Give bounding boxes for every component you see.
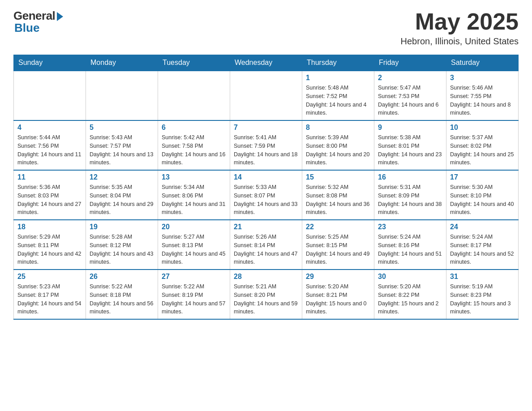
- day-sun-info: Sunrise: 5:48 AMSunset: 7:52 PMDaylight:…: [306, 84, 370, 117]
- day-sun-info: Sunrise: 5:20 AMSunset: 8:22 PMDaylight:…: [378, 283, 442, 316]
- day-number: 20: [162, 223, 226, 231]
- day-number: 25: [17, 273, 82, 281]
- day-number: 12: [90, 173, 154, 181]
- day-sun-info: Sunrise: 5:23 AMSunset: 8:17 PMDaylight:…: [17, 283, 82, 316]
- calendar-cell: 15Sunrise: 5:32 AMSunset: 8:08 PMDayligh…: [302, 170, 374, 220]
- day-number: 9: [378, 124, 442, 132]
- day-sun-info: Sunrise: 5:27 AMSunset: 8:13 PMDaylight:…: [162, 233, 226, 266]
- day-of-week-header: Thursday: [302, 55, 374, 71]
- day-sun-info: Sunrise: 5:30 AMSunset: 8:10 PMDaylight:…: [450, 183, 515, 217]
- calendar-cell: 31Sunrise: 5:19 AMSunset: 8:23 PMDayligh…: [446, 270, 519, 319]
- day-sun-info: Sunrise: 5:31 AMSunset: 8:09 PMDaylight:…: [378, 183, 442, 217]
- calendar-cell: 19Sunrise: 5:28 AMSunset: 8:12 PMDayligh…: [86, 220, 158, 270]
- calendar-cell: 20Sunrise: 5:27 AMSunset: 8:13 PMDayligh…: [158, 220, 230, 270]
- day-number: 24: [450, 223, 515, 231]
- day-of-week-header: Saturday: [446, 55, 519, 71]
- day-of-week-header: Sunday: [14, 55, 86, 71]
- day-sun-info: Sunrise: 5:39 AMSunset: 8:00 PMDaylight:…: [306, 133, 370, 167]
- day-of-week-header: Tuesday: [158, 55, 230, 71]
- day-sun-info: Sunrise: 5:36 AMSunset: 8:03 PMDaylight:…: [17, 183, 82, 217]
- day-sun-info: Sunrise: 5:37 AMSunset: 8:02 PMDaylight:…: [450, 133, 515, 167]
- day-sun-info: Sunrise: 5:43 AMSunset: 7:57 PMDaylight:…: [90, 133, 154, 167]
- day-number: 28: [234, 273, 298, 281]
- day-number: 18: [17, 223, 82, 231]
- day-sun-info: Sunrise: 5:24 AMSunset: 8:16 PMDaylight:…: [378, 233, 442, 266]
- calendar-cell: 12Sunrise: 5:35 AMSunset: 8:04 PMDayligh…: [86, 170, 158, 220]
- day-number: 14: [234, 173, 298, 181]
- day-number: 17: [450, 173, 515, 181]
- calendar-cell: 14Sunrise: 5:33 AMSunset: 8:07 PMDayligh…: [230, 170, 302, 220]
- calendar-cell: 26Sunrise: 5:22 AMSunset: 8:18 PMDayligh…: [86, 270, 158, 319]
- day-number: 11: [17, 173, 82, 181]
- calendar-cell: 8Sunrise: 5:39 AMSunset: 8:00 PMDaylight…: [302, 120, 374, 170]
- page-header: General Blue May 2025 Hebron, Illinois, …: [13, 9, 519, 47]
- day-number: 29: [306, 273, 370, 281]
- calendar-cell: 28Sunrise: 5:21 AMSunset: 8:20 PMDayligh…: [230, 270, 302, 319]
- calendar-cell: 22Sunrise: 5:25 AMSunset: 8:15 PMDayligh…: [302, 220, 374, 270]
- calendar-cell: 6Sunrise: 5:42 AMSunset: 7:58 PMDaylight…: [158, 120, 230, 170]
- day-number: 1: [306, 74, 370, 82]
- calendar-cell: 3Sunrise: 5:46 AMSunset: 7:55 PMDaylight…: [446, 71, 519, 120]
- calendar-cell: 9Sunrise: 5:38 AMSunset: 8:01 PMDaylight…: [374, 120, 446, 170]
- day-number: 3: [450, 74, 515, 82]
- month-year-title: May 2025: [401, 9, 519, 34]
- calendar-cell: 25Sunrise: 5:23 AMSunset: 8:17 PMDayligh…: [14, 270, 86, 319]
- calendar-cell: 17Sunrise: 5:30 AMSunset: 8:10 PMDayligh…: [446, 170, 519, 220]
- logo-blue-text: Blue: [14, 21, 39, 35]
- title-section: May 2025 Hebron, Illinois, United States: [401, 9, 519, 47]
- calendar-cell: [230, 71, 302, 120]
- day-number: 23: [378, 223, 442, 231]
- day-sun-info: Sunrise: 5:46 AMSunset: 7:55 PMDaylight:…: [450, 84, 515, 117]
- location-subtitle: Hebron, Illinois, United States: [401, 36, 519, 47]
- day-number: 10: [450, 124, 515, 132]
- day-sun-info: Sunrise: 5:19 AMSunset: 8:23 PMDaylight:…: [450, 283, 515, 316]
- day-number: 22: [306, 223, 370, 231]
- day-number: 31: [450, 273, 515, 281]
- day-sun-info: Sunrise: 5:22 AMSunset: 8:18 PMDaylight:…: [90, 283, 154, 316]
- calendar-cell: 13Sunrise: 5:34 AMSunset: 8:06 PMDayligh…: [158, 170, 230, 220]
- calendar-cell: 29Sunrise: 5:20 AMSunset: 8:21 PMDayligh…: [302, 270, 374, 319]
- day-number: 2: [378, 74, 442, 82]
- day-sun-info: Sunrise: 5:20 AMSunset: 8:21 PMDaylight:…: [306, 283, 370, 316]
- calendar-cell: 24Sunrise: 5:24 AMSunset: 8:17 PMDayligh…: [446, 220, 519, 270]
- calendar-cell: 27Sunrise: 5:22 AMSunset: 8:19 PMDayligh…: [158, 270, 230, 319]
- day-sun-info: Sunrise: 5:21 AMSunset: 8:20 PMDaylight:…: [234, 283, 298, 316]
- logo-arrow-icon: [57, 12, 63, 21]
- calendar-table: SundayMondayTuesdayWednesdayThursdayFrid…: [13, 55, 519, 320]
- day-sun-info: Sunrise: 5:47 AMSunset: 7:53 PMDaylight:…: [378, 84, 442, 117]
- calendar-cell: 5Sunrise: 5:43 AMSunset: 7:57 PMDaylight…: [86, 120, 158, 170]
- day-number: 21: [234, 223, 298, 231]
- day-number: 15: [306, 173, 370, 181]
- day-number: 30: [378, 273, 442, 281]
- day-sun-info: Sunrise: 5:22 AMSunset: 8:19 PMDaylight:…: [162, 283, 226, 316]
- day-sun-info: Sunrise: 5:42 AMSunset: 7:58 PMDaylight:…: [162, 133, 226, 167]
- day-sun-info: Sunrise: 5:44 AMSunset: 7:56 PMDaylight:…: [17, 133, 82, 167]
- calendar-cell: 18Sunrise: 5:29 AMSunset: 8:11 PMDayligh…: [14, 220, 86, 270]
- day-number: 16: [378, 173, 442, 181]
- day-of-week-header: Wednesday: [230, 55, 302, 71]
- calendar-cell: 10Sunrise: 5:37 AMSunset: 8:02 PMDayligh…: [446, 120, 519, 170]
- calendar-cell: 1Sunrise: 5:48 AMSunset: 7:52 PMDaylight…: [302, 71, 374, 120]
- day-of-week-header: Friday: [374, 55, 446, 71]
- day-sun-info: Sunrise: 5:34 AMSunset: 8:06 PMDaylight:…: [162, 183, 226, 217]
- day-number: 13: [162, 173, 226, 181]
- day-number: 6: [162, 124, 226, 132]
- day-sun-info: Sunrise: 5:38 AMSunset: 8:01 PMDaylight:…: [378, 133, 442, 167]
- day-sun-info: Sunrise: 5:33 AMSunset: 8:07 PMDaylight:…: [234, 183, 298, 217]
- day-number: 27: [162, 273, 226, 281]
- calendar-cell: 4Sunrise: 5:44 AMSunset: 7:56 PMDaylight…: [14, 120, 86, 170]
- calendar-cell: 11Sunrise: 5:36 AMSunset: 8:03 PMDayligh…: [14, 170, 86, 220]
- calendar-cell: [158, 71, 230, 120]
- day-sun-info: Sunrise: 5:29 AMSunset: 8:11 PMDaylight:…: [17, 233, 82, 266]
- calendar-cell: [86, 71, 158, 120]
- day-sun-info: Sunrise: 5:26 AMSunset: 8:14 PMDaylight:…: [234, 233, 298, 266]
- calendar-cell: 21Sunrise: 5:26 AMSunset: 8:14 PMDayligh…: [230, 220, 302, 270]
- day-of-week-header: Monday: [86, 55, 158, 71]
- day-sun-info: Sunrise: 5:35 AMSunset: 8:04 PMDaylight:…: [90, 183, 154, 217]
- logo: General Blue: [13, 9, 63, 35]
- day-number: 5: [90, 124, 154, 132]
- day-number: 8: [306, 124, 370, 132]
- day-sun-info: Sunrise: 5:25 AMSunset: 8:15 PMDaylight:…: [306, 233, 370, 266]
- day-sun-info: Sunrise: 5:28 AMSunset: 8:12 PMDaylight:…: [90, 233, 154, 266]
- calendar-cell: 30Sunrise: 5:20 AMSunset: 8:22 PMDayligh…: [374, 270, 446, 319]
